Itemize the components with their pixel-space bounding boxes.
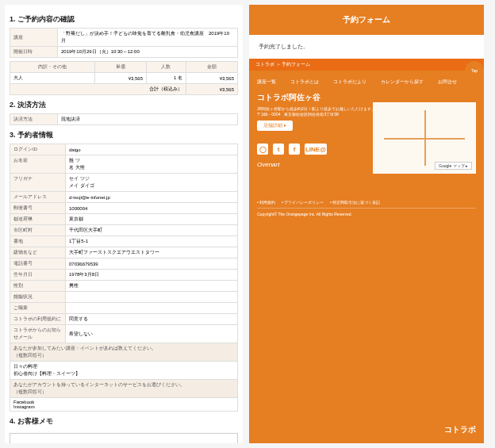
reservation-form-panel: 1. ご予約内容の確認 講座「野菜だし」が決め手！子どもの味覚を育てる離乳食・幼… bbox=[5, 5, 243, 443]
brand-logo: コトラボ bbox=[444, 424, 476, 435]
payment-table: 決済方法現地決済 bbox=[10, 113, 238, 125]
link-privacy[interactable]: • プライバシーポリシー bbox=[282, 200, 324, 205]
google-map-button[interactable]: Google マップ ▸ bbox=[435, 162, 472, 170]
link-terms[interactable]: • 利用規約 bbox=[257, 200, 275, 205]
nav-calendar[interactable]: カレンダーから探す bbox=[381, 78, 424, 86]
section-2-title: 2. 決済方法 bbox=[10, 100, 238, 110]
copyright: Copyright© The Orangepage Inc. All Right… bbox=[257, 208, 476, 216]
section-4-title: 4. お客様メモ bbox=[10, 416, 238, 427]
map-box: Google マップ ▸ bbox=[373, 102, 476, 174]
nav-courses[interactable]: 講座一覧 bbox=[257, 78, 276, 86]
section-3-title: 3. 予約者情報 bbox=[10, 130, 238, 140]
breakdown-table: 内訳・その他単価人数金額 大人¥3,5651 名¥3,565 合計（税込み）¥3… bbox=[10, 61, 238, 95]
breadcrumb: コトラボ ＞ 予約フォーム bbox=[249, 59, 484, 71]
customer-info-table: ログインIDdaigoお名前姓 ツ 名 大性フリガナセイ ツジ メイ ダイゴメー… bbox=[10, 144, 238, 412]
section-1-title: 1. ご予約内容の確認 bbox=[10, 14, 238, 25]
site-footer-area: Tap 講座一覧 コトラボとは コトラボだより カレンダーから探す お問合せ コ… bbox=[249, 71, 484, 443]
completion-message: 予約完了しました。 bbox=[249, 35, 484, 59]
course-table: 講座「野菜だし」が決め手！子どもの味覚を育てる離乳食・幼児食講座 2019年10… bbox=[10, 28, 238, 58]
nav-contact[interactable]: お問合せ bbox=[438, 78, 457, 86]
memo-textarea[interactable] bbox=[10, 433, 238, 443]
form-header: 予約フォーム bbox=[249, 5, 484, 35]
twitter-icon[interactable]: t bbox=[273, 144, 284, 155]
footer-nav: 講座一覧 コトラボとは コトラボだより カレンダーから探す お問合せ bbox=[257, 78, 476, 86]
nav-about[interactable]: コトラボとは bbox=[290, 78, 319, 86]
facebook-icon[interactable]: f bbox=[289, 144, 300, 155]
line-icon[interactable]: LINE@ bbox=[305, 144, 327, 155]
confirmation-panel: 予約フォーム 予約完了しました。 コトラボ ＞ 予約フォーム Tap 講座一覧 … bbox=[249, 5, 484, 443]
store-detail-button[interactable]: 店舗詳細 ▸ bbox=[257, 121, 293, 131]
link-sct[interactable]: • 特定商取引法に基づく表記 bbox=[330, 200, 380, 205]
tap-badge[interactable]: Tap bbox=[465, 61, 484, 80]
footer-links: • 利用規約 • プライバシーポリシー • 特定商取引法に基づく表記 bbox=[257, 200, 476, 205]
nav-news[interactable]: コトラボだより bbox=[333, 78, 366, 86]
location-title: コトラボ阿佐ヶ谷 bbox=[257, 92, 476, 103]
instagram-icon[interactable]: ◯ bbox=[257, 144, 268, 155]
